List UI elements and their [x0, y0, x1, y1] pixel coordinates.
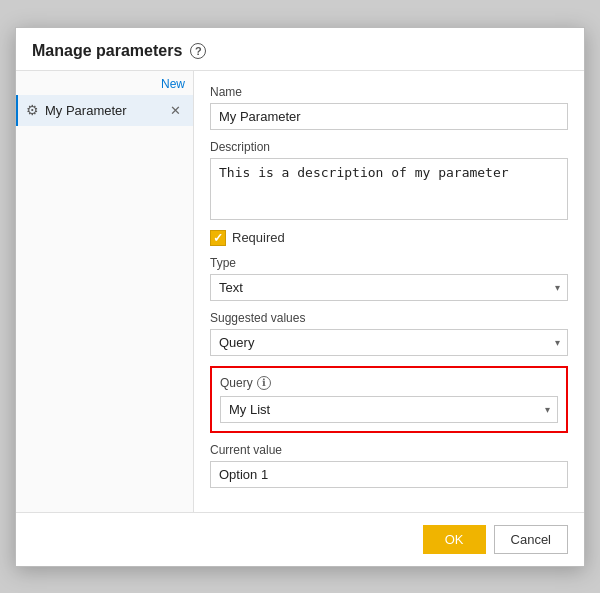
ok-button[interactable]: OK: [423, 525, 486, 554]
required-row: ✓ Required: [210, 230, 568, 246]
new-bar: New: [16, 71, 193, 95]
dialog-footer: OK Cancel: [16, 512, 584, 566]
query-label: Query: [220, 376, 253, 390]
description-field-group: Description This is a description of my …: [210, 140, 568, 220]
dialog-body: New ⚙ My Parameter ✕ Name Description Th…: [16, 71, 584, 512]
current-value-label: Current value: [210, 443, 568, 457]
suggested-values-select-wrap: Query List of values Any value ▾: [210, 329, 568, 356]
query-select[interactable]: My List Query List: [220, 396, 558, 423]
new-label[interactable]: New: [161, 77, 185, 91]
close-icon[interactable]: ✕: [166, 101, 185, 120]
current-value-field-group: Current value: [210, 443, 568, 488]
right-panel: Name Description This is a description o…: [194, 71, 584, 512]
name-input[interactable]: [210, 103, 568, 130]
dialog-header: Manage parameters ?: [16, 28, 584, 71]
type-select-wrap: Text Number Date Boolean ▾: [210, 274, 568, 301]
left-panel: New ⚙ My Parameter ✕: [16, 71, 194, 512]
type-field-group: Type Text Number Date Boolean ▾: [210, 256, 568, 301]
dialog-title: Manage parameters: [32, 42, 182, 60]
query-select-wrap: My List Query List ▾: [220, 396, 558, 423]
query-info-icon[interactable]: ℹ: [257, 376, 271, 390]
name-field-group: Name: [210, 85, 568, 130]
required-text: Required: [232, 230, 285, 245]
current-value-input[interactable]: [210, 461, 568, 488]
required-checkbox[interactable]: ✓: [210, 230, 226, 246]
parameter-item[interactable]: ⚙ My Parameter ✕: [16, 95, 193, 126]
type-select[interactable]: Text Number Date Boolean: [210, 274, 568, 301]
manage-parameters-dialog: Manage parameters ? New ⚙ My Parameter ✕…: [15, 27, 585, 567]
description-textarea[interactable]: This is a description of my parameter: [210, 158, 568, 220]
help-icon[interactable]: ?: [190, 43, 206, 59]
name-label: Name: [210, 85, 568, 99]
type-label: Type: [210, 256, 568, 270]
parameter-name: My Parameter: [45, 103, 166, 118]
suggested-values-select[interactable]: Query List of values Any value: [210, 329, 568, 356]
suggested-values-label: Suggested values: [210, 311, 568, 325]
checkmark-icon: ✓: [213, 232, 223, 244]
description-label: Description: [210, 140, 568, 154]
cancel-button[interactable]: Cancel: [494, 525, 568, 554]
query-section: Query ℹ My List Query List ▾: [210, 366, 568, 433]
suggested-values-field-group: Suggested values Query List of values An…: [210, 311, 568, 356]
query-label-row: Query ℹ: [220, 376, 558, 390]
parameter-icon: ⚙: [26, 102, 39, 118]
